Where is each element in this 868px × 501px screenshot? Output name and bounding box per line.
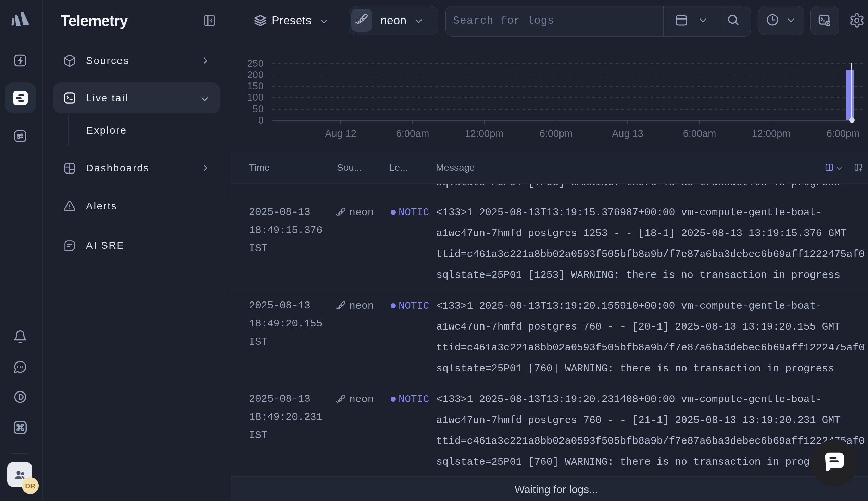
svg-text:100: 100	[247, 92, 264, 103]
svg-text:50: 50	[253, 103, 264, 114]
svg-text:200: 200	[247, 69, 264, 80]
svg-text:Aug 12: Aug 12	[325, 128, 357, 139]
svg-text:12:00pm: 12:00pm	[465, 128, 504, 139]
svg-text:150: 150	[247, 81, 264, 92]
svg-text:6:00am: 6:00am	[396, 128, 430, 139]
svg-text:6:00pm: 6:00pm	[827, 128, 860, 139]
svg-text:0: 0	[258, 115, 264, 126]
svg-text:250: 250	[247, 58, 264, 69]
svg-text:6:00pm: 6:00pm	[540, 128, 573, 139]
svg-text:Aug 13: Aug 13	[612, 128, 643, 139]
svg-text:12:00pm: 12:00pm	[752, 128, 791, 139]
svg-text:6:00am: 6:00am	[683, 128, 716, 139]
